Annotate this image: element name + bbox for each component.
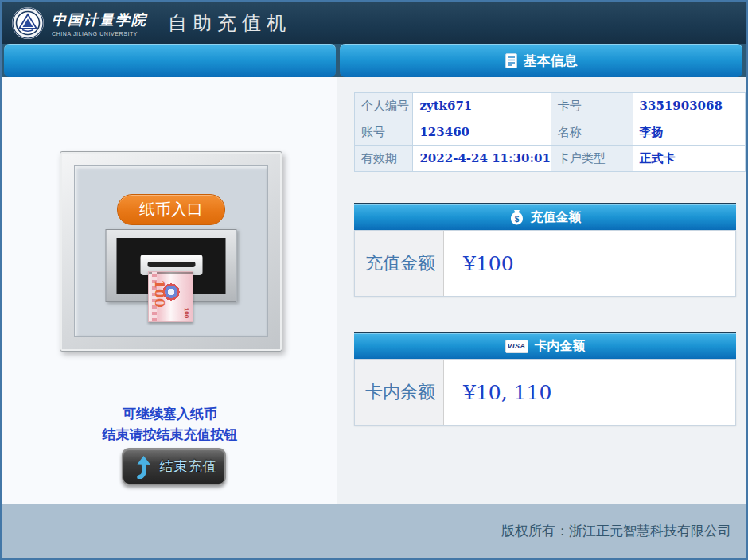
- banknote-denomination-small: 100: [183, 308, 190, 318]
- instruction-line-2: 结束请按结束充值按钮: [2, 425, 337, 445]
- svg-text:$: $: [514, 215, 519, 224]
- copyright-text: 版权所有：浙江正元智慧科技有限公司: [501, 522, 731, 540]
- cash-insert-panel: 纸币入口 100 100 可继续塞入纸币 结束请按结束充值按钮: [2, 77, 337, 504]
- field-label: 有效期: [355, 146, 413, 172]
- field-value: zytk671: [413, 93, 551, 119]
- field-value: 123460: [413, 119, 551, 146]
- basic-info-table: 个人编号 zytk671 卡号 3351903068 账号 123460 名称 …: [354, 92, 746, 172]
- recharge-amount-header: $ 充值金额: [354, 203, 736, 230]
- card-balance-title: 卡内金额: [535, 338, 586, 355]
- field-value: 正式卡: [633, 146, 745, 172]
- recharge-amount-label: 充值金额: [355, 231, 444, 296]
- footer: 版权所有：浙江正元智慧科技有限公司: [2, 504, 746, 558]
- basic-info-title: 基本信息: [524, 52, 578, 70]
- recharge-amount-value: ¥100: [444, 231, 735, 296]
- table-row: 账号 123460 名称 李扬: [355, 119, 746, 146]
- university-name: 中国计量学院 CHINA JILIANG UNIVERSITY: [52, 10, 147, 37]
- recharge-amount-title: 充值金额: [531, 209, 582, 226]
- page-title: 自助充值机: [168, 10, 291, 36]
- left-section-bar: [4, 44, 336, 77]
- field-label: 卡户类型: [551, 146, 633, 172]
- banknote-image: 100 100: [148, 271, 193, 322]
- banknote-denomination: 100: [152, 279, 168, 308]
- recharge-kiosk-page: 中国计量学院 CHINA JILIANG UNIVERSITY 自助充值机 基本…: [0, 0, 748, 560]
- university-name-en: CHINA JILIANG UNIVERSITY: [52, 31, 147, 37]
- table-row: 个人编号 zytk671 卡号 3351903068: [355, 93, 746, 119]
- field-label: 名称: [551, 119, 633, 146]
- field-label: 个人编号: [355, 93, 413, 119]
- university-logo-icon: [11, 6, 45, 40]
- visa-card-icon: VISA: [505, 340, 528, 353]
- card-balance-row: 卡内余额 ¥10, 110: [354, 359, 736, 426]
- finish-recharge-label: 结束充值: [160, 457, 217, 476]
- basic-info-header-bar: 基本信息: [340, 44, 742, 77]
- card-balance-label: 卡内余额: [355, 360, 444, 425]
- field-value: 2022-4-24 11:30:01: [413, 146, 551, 172]
- instruction-line-1: 可继续塞入纸币: [2, 404, 337, 425]
- account-info-panel: 个人编号 zytk671 卡号 3351903068 账号 123460 名称 …: [337, 77, 746, 504]
- university-name-cn: 中国计量学院: [52, 10, 147, 29]
- field-value: 3351903068: [633, 93, 745, 119]
- field-label: 账号: [355, 119, 413, 146]
- finish-recharge-button[interactable]: 结束充值: [122, 448, 226, 485]
- document-icon: [505, 53, 517, 68]
- moneybag-icon: $: [509, 209, 524, 226]
- field-label: 卡号: [551, 93, 633, 119]
- header: 中国计量学院 CHINA JILIANG UNIVERSITY 自助充值机: [2, 2, 746, 44]
- table-row: 有效期 2022-4-24 11:30:01 卡户类型 正式卡: [355, 146, 746, 172]
- curved-arrow-icon: [131, 455, 154, 479]
- field-value: 李扬: [633, 119, 745, 146]
- instruction-text: 可继续塞入纸币 结束请按结束充值按钮: [2, 404, 337, 445]
- recharge-amount-row: 充值金额 ¥100: [354, 230, 736, 297]
- card-balance-value: ¥10, 110: [444, 360, 735, 425]
- cash-acceptor-image: 纸币入口 100 100: [60, 151, 282, 352]
- slot-slit: [147, 262, 195, 267]
- card-balance-header: VISA 卡内金额: [354, 332, 736, 359]
- banknote-entry-label: 纸币入口: [117, 194, 225, 225]
